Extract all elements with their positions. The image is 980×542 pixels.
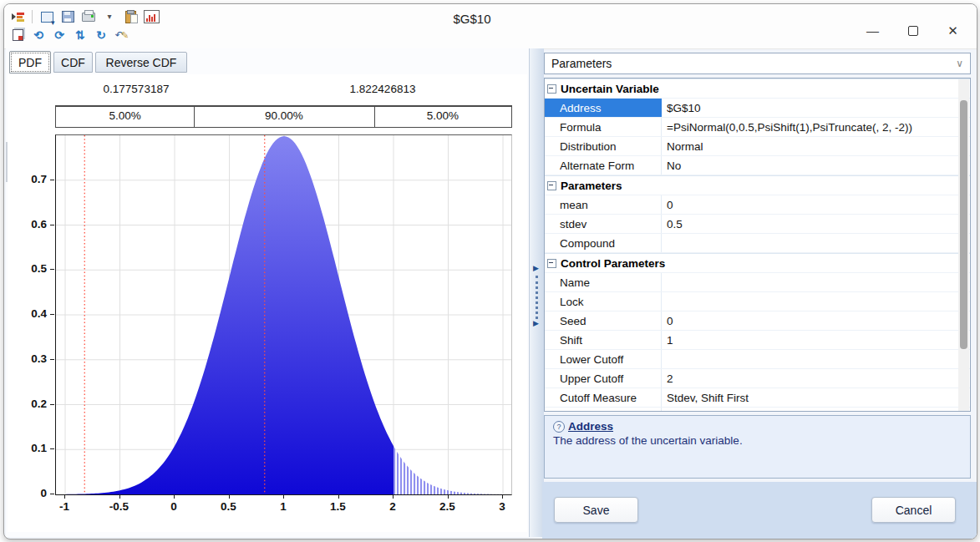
maximize-icon	[908, 26, 918, 36]
edit-undo-icon[interactable]: ↶✎	[114, 28, 130, 43]
property-value[interactable]: 0.5	[662, 218, 970, 230]
property-row-alternate-form[interactable]: Alternate FormNo	[545, 156, 970, 175]
splitter-collapse-arrow-top[interactable]: ▶	[533, 264, 539, 272]
flip-left-icon[interactable]: ⟲	[30, 28, 47, 43]
rotate-icon[interactable]: ↻	[93, 28, 109, 43]
panel-splitter[interactable]: ▶ ▶	[529, 48, 544, 537]
chart-panel: PDFCDFReverse CDF 0.1775731871.822426813…	[6, 48, 529, 537]
property-row-upper-cutoff[interactable]: Upper Cutoff2	[545, 369, 970, 388]
property-label[interactable]: Address	[545, 99, 662, 117]
property-value[interactable]: -Infinity	[662, 411, 970, 413]
tab-reverse-cdf[interactable]: Reverse CDF	[95, 52, 187, 73]
property-label[interactable]: Cutoff Measure	[545, 388, 662, 407]
collapse-section-icon[interactable]	[547, 181, 556, 190]
property-label[interactable]: mean	[545, 195, 662, 214]
y-axis-tick	[50, 448, 54, 449]
property-value[interactable]: =PsiNormal(0,0.5,PsiShift(1),PsiTruncate…	[662, 121, 970, 134]
section-title: Uncertain Variable	[561, 83, 659, 95]
property-label[interactable]: Compound	[545, 234, 662, 252]
property-value[interactable]: Stdev, Shift First	[662, 392, 970, 404]
vertical-scrollbar[interactable]	[958, 79, 969, 412]
property-label[interactable]: Upper Cutoff	[545, 369, 662, 388]
close-button[interactable]: ✕	[934, 17, 972, 44]
x-axis-tick	[393, 494, 394, 499]
copies-icon[interactable]	[9, 28, 26, 43]
collapse-section-icon[interactable]	[547, 84, 556, 94]
title-bar: ▾ ⟲ ⟳ ⇅ ↻ ↶✎ $G$10 — ✕	[4, 4, 977, 49]
minimize-button[interactable]: —	[854, 17, 891, 44]
property-description-box: ? Address The address of the uncertain v…	[544, 415, 971, 479]
help-icon: ?	[553, 421, 565, 433]
paste-icon[interactable]	[122, 9, 139, 24]
flip-right-icon[interactable]: ⟳	[51, 28, 68, 43]
property-label[interactable]: Formula	[545, 118, 662, 136]
splitter-grip[interactable]	[536, 276, 538, 319]
property-label[interactable]: Shift	[545, 331, 662, 349]
parameters-panel-header[interactable]: Parameters ∨	[544, 53, 971, 74]
save-icon[interactable]	[59, 9, 76, 24]
property-label[interactable]: Alternate Form	[545, 156, 662, 175]
section-header-parameters[interactable]: Parameters	[545, 175, 970, 195]
property-label[interactable]: Lower Cutoff	[545, 350, 662, 368]
property-row-cutoff-measure[interactable]: Cutoff MeasureStdev, Shift First	[545, 388, 970, 408]
property-row-stdev[interactable]: stdev0.5	[545, 215, 970, 234]
x-axis-tick	[448, 494, 449, 499]
property-value[interactable]: 0	[662, 315, 970, 327]
toolbar-row-2: ⟲ ⟳ ⇅ ↻ ↶✎	[9, 27, 130, 43]
property-value[interactable]: $G$10	[662, 102, 970, 114]
property-row-lower-cutoff[interactable]: Lower Cutoff	[545, 350, 970, 369]
property-row-mean[interactable]: mean0	[545, 195, 970, 215]
property-grid: Uncertain VariableAddress$G$10Formula=Ps…	[544, 78, 971, 412]
flip-vertical-icon[interactable]: ⇅	[72, 28, 89, 43]
percentile-band-label: 90.00%	[194, 109, 373, 122]
y-axis-tick	[50, 494, 54, 494]
scrollbar-thumb[interactable]	[960, 100, 967, 349]
y-axis-label: 0.5	[12, 262, 47, 275]
property-value[interactable]: 2	[662, 372, 970, 385]
property-value[interactable]: 1	[662, 334, 970, 347]
section-header-uncertain-variable[interactable]: Uncertain Variable	[545, 79, 970, 99]
percentile-band-delimiter[interactable]	[194, 107, 195, 127]
maximize-button[interactable]	[894, 17, 932, 44]
property-row-lower-censor[interactable]: Lower Censor-Infinity	[545, 408, 970, 412]
y-axis-tick	[50, 314, 54, 315]
copy-graph-icon[interactable]	[38, 9, 55, 24]
save-button[interactable]: Save	[554, 497, 638, 523]
tab-cdf[interactable]: CDF	[53, 52, 93, 73]
pdf-curve-svg	[56, 135, 511, 494]
property-row-formula[interactable]: Formula=PsiNormal(0,0.5,PsiShift(1),PsiT…	[545, 118, 970, 137]
percentile-band-delimiter[interactable]	[374, 107, 375, 127]
property-row-distribution[interactable]: DistributionNormal	[545, 137, 970, 156]
description-text: The address of the uncertain variable.	[553, 434, 962, 447]
tab-pdf[interactable]: PDF	[9, 51, 51, 73]
x-axis-label: 2	[374, 500, 411, 513]
property-row-address[interactable]: Address$G$10	[545, 99, 970, 118]
property-row-seed[interactable]: Seed0	[545, 312, 970, 331]
cancel-button[interactable]: Cancel	[871, 497, 956, 523]
property-label[interactable]: stdev	[545, 215, 662, 233]
property-row-lock[interactable]: Lock	[545, 292, 970, 312]
collapse-section-icon[interactable]	[547, 259, 556, 268]
property-row-shift[interactable]: Shift1	[545, 331, 970, 350]
x-axis-tick	[283, 494, 284, 499]
property-label[interactable]: Lower Censor	[545, 408, 662, 412]
distribution-gallery-icon[interactable]	[9, 9, 26, 24]
property-value[interactable]: No	[662, 160, 970, 172]
property-row-compound[interactable]: Compound	[545, 234, 970, 253]
section-header-control-parameters[interactable]: Control Parameters	[545, 253, 970, 273]
property-row-name[interactable]: Name	[545, 273, 970, 292]
property-label[interactable]: Distribution	[545, 137, 662, 155]
y-axis-label: 0.4	[12, 307, 47, 320]
property-label[interactable]: Seed	[545, 312, 662, 330]
splitter-collapse-arrow-bottom[interactable]: ▶	[533, 319, 539, 327]
chevron-down-icon[interactable]: ∨	[956, 58, 963, 69]
property-label[interactable]: Lock	[545, 292, 662, 311]
print-dropdown-icon[interactable]: ▾	[101, 9, 118, 24]
property-value[interactable]: 0	[662, 199, 970, 211]
chart-icon[interactable]	[143, 9, 160, 24]
toolbar-separator	[32, 10, 33, 23]
property-value[interactable]: Normal	[662, 140, 970, 153]
print-icon[interactable]	[80, 9, 97, 24]
property-label[interactable]: Name	[545, 273, 662, 291]
dialog-footer: Save Cancel	[542, 482, 977, 539]
